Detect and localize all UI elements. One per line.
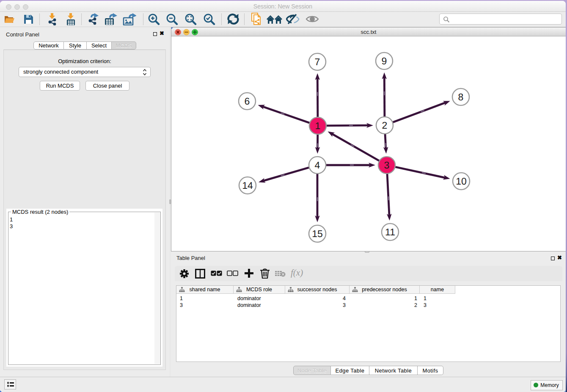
svg-text:1: 1	[315, 120, 321, 131]
svg-text:6: 6	[245, 96, 250, 107]
svg-text:11: 11	[385, 226, 395, 237]
svg-text:7: 7	[315, 56, 320, 67]
svg-text:14: 14	[242, 180, 253, 191]
svg-text:3: 3	[384, 160, 390, 171]
svg-text:9: 9	[382, 55, 387, 66]
svg-text:4: 4	[315, 160, 320, 171]
svg-text:8: 8	[458, 91, 464, 102]
svg-text:15: 15	[312, 228, 323, 239]
svg-text:2: 2	[382, 120, 388, 131]
svg-text:10: 10	[456, 176, 467, 187]
